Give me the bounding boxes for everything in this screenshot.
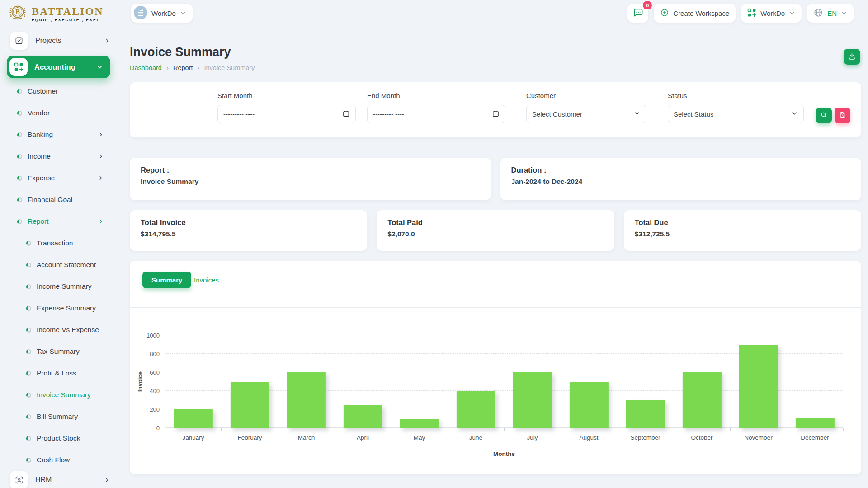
total-due-label: Total Due — [635, 218, 850, 227]
download-icon — [848, 52, 856, 62]
header-actions: 0 Create Workspace WorkDo EN — [627, 4, 854, 23]
sidebar-item-transaction[interactable]: Transaction — [0, 232, 118, 254]
sidebar-item-cash-flow[interactable]: Cash Flow — [0, 449, 118, 471]
bullet-icon — [26, 306, 31, 311]
reset-filter-button[interactable] — [835, 108, 850, 123]
bar-slot — [561, 335, 617, 428]
workspace-switcher[interactable]: WorkDo — [131, 4, 193, 23]
chart-bar-july — [513, 372, 552, 428]
bullet-icon — [26, 328, 31, 333]
brand-tagline: EQUIP , EXECUTE , EXEL — [32, 18, 103, 22]
bullet-icon — [17, 89, 22, 94]
total-invoice-label: Total Invoice — [141, 218, 356, 227]
chevron-right-icon — [104, 477, 110, 483]
sidebar-item-label: Profit & Loss — [37, 369, 104, 377]
x-tick-label: November — [730, 434, 787, 441]
file-slash-icon — [839, 111, 846, 120]
sidebar-item-label: Expense — [28, 174, 92, 182]
x-tick-label: October — [674, 434, 730, 441]
total-paid-value: $2,070.0 — [387, 230, 603, 238]
sidebar-item-label: Projects — [35, 37, 97, 45]
sidebar-item-profit-loss[interactable]: Profit & Loss — [0, 362, 118, 384]
customer-select[interactable]: Select Customer — [526, 105, 646, 123]
status-select[interactable]: Select Status — [668, 105, 804, 123]
messages-button[interactable]: 0 — [627, 4, 648, 23]
bullet-icon — [26, 349, 31, 354]
duration-card: Duration : Jan-2024 to Dec-2024 — [500, 158, 862, 200]
bullet-icon — [26, 414, 31, 419]
bullet-icon — [17, 111, 22, 116]
download-button[interactable] — [844, 49, 860, 65]
brand-emblem-icon: B — [7, 3, 28, 25]
sidebar-item-label: Income Vs Expense — [37, 326, 104, 334]
sidebar-item-income[interactable]: Income — [0, 145, 118, 167]
page-header: Invoice Summary Dashboard › Report › Inv… — [130, 26, 861, 71]
duration-card-title: Duration : — [511, 166, 851, 174]
sidebar-item-financial-goal[interactable]: Financial Goal — [0, 189, 118, 211]
chart-bar-august — [569, 382, 608, 428]
x-tick-label: June — [448, 434, 504, 441]
x-axis-labels: JanuaryFebruaryMarchAprilMayJuneJulyAugu… — [165, 434, 843, 441]
bar-slot — [391, 335, 448, 428]
sidebar-menu: CustomerVendorBankingIncomeExpenseFinanc… — [0, 80, 118, 471]
sidebar-item-accounting[interactable]: Accounting — [7, 56, 110, 78]
sidebar-item-tax-summary[interactable]: Tax Summary — [0, 341, 118, 362]
chart-bar-december — [795, 418, 834, 428]
report-card: Report : Invoice Summary — [130, 158, 491, 200]
chevron-down-icon — [789, 10, 795, 16]
tab-invoices[interactable]: Invoices — [191, 272, 222, 288]
breadcrumb-report[interactable]: Report — [173, 64, 193, 71]
duration-card-value: Jan-2024 to Dec-2024 — [511, 178, 851, 186]
sidebar-item-bill-summary[interactable]: Bill Summary — [0, 406, 118, 427]
totals-row: Total Invoice $314,795.5 Total Paid $2,0… — [130, 210, 861, 251]
language-button[interactable]: EN — [807, 4, 854, 23]
x-tick-label: August — [561, 434, 617, 441]
x-tick-label: December — [787, 434, 843, 441]
chart-panel: Summary Invoices Invoice Months 02004006… — [130, 261, 861, 474]
breadcrumb-current: Invoice Summary — [204, 64, 255, 71]
sidebar-item-expense-summary[interactable]: Expense Summary — [0, 297, 118, 319]
sidebar-item-customer[interactable]: Customer — [0, 80, 118, 102]
sidebar-item-report[interactable]: Report — [0, 211, 118, 232]
start-month-placeholder: --------- ---- — [223, 110, 342, 118]
sidebar-item-banking[interactable]: Banking — [0, 124, 118, 145]
chevron-right-icon — [98, 175, 104, 181]
create-workspace-button[interactable]: Create Workspace — [654, 4, 736, 23]
total-paid-card: Total Paid $2,070.0 — [377, 210, 614, 251]
chevron-right-icon — [98, 218, 104, 225]
building-icon — [134, 6, 147, 21]
y-tick-label: 1000 — [146, 332, 160, 339]
bar-slot — [278, 335, 335, 428]
sidebar-item-hrm[interactable]: HRM — [10, 471, 110, 488]
chart-bar-january — [174, 409, 212, 428]
customer-select-value: Select Customer — [532, 110, 633, 118]
sidebar-item-product-stock[interactable]: Product Stock — [0, 427, 118, 449]
start-month-input[interactable]: --------- ---- — [217, 105, 356, 123]
sidebar-item-income-vs-expense[interactable]: Income Vs Expense — [0, 319, 118, 341]
sidebar-item-expense[interactable]: Expense — [0, 167, 118, 189]
chart-bar-november — [739, 345, 778, 428]
bullet-icon — [17, 219, 22, 224]
search-button[interactable] — [816, 108, 832, 123]
axis-tick — [221, 428, 222, 431]
filter-panel: Start Month --------- ---- End Month ---… — [130, 82, 861, 137]
bar-slot — [787, 335, 843, 428]
total-invoice-value: $314,795.5 — [141, 230, 356, 238]
tab-summary[interactable]: Summary — [142, 272, 191, 288]
chevron-right-icon — [98, 153, 104, 160]
sidebar-item-account-statement[interactable]: Account Statement — [0, 254, 118, 276]
app: B BATTALION EQUIP , EXECUTE , EXEL WorkD… — [0, 0, 868, 488]
chevron-down-icon — [791, 110, 798, 118]
sidebar-item-income-summary[interactable]: Income Summary — [0, 276, 118, 297]
sidebar-item-label: Cash Flow — [37, 456, 104, 464]
breadcrumb-dashboard[interactable]: Dashboard — [130, 64, 162, 71]
sidebar-item-vendor[interactable]: Vendor — [0, 102, 118, 124]
sidebar-item-projects[interactable]: Projects — [10, 32, 110, 50]
sidebar-item-invoice-summary[interactable]: Invoice Summary — [0, 384, 118, 406]
axis-tick — [504, 428, 505, 431]
workdo-menu-button[interactable]: WorkDo — [741, 4, 802, 23]
language-code: EN — [827, 9, 837, 17]
chevron-separator-icon: › — [197, 64, 199, 71]
end-month-input[interactable]: --------- ---- — [367, 105, 505, 123]
end-month-label: End Month — [367, 92, 505, 99]
